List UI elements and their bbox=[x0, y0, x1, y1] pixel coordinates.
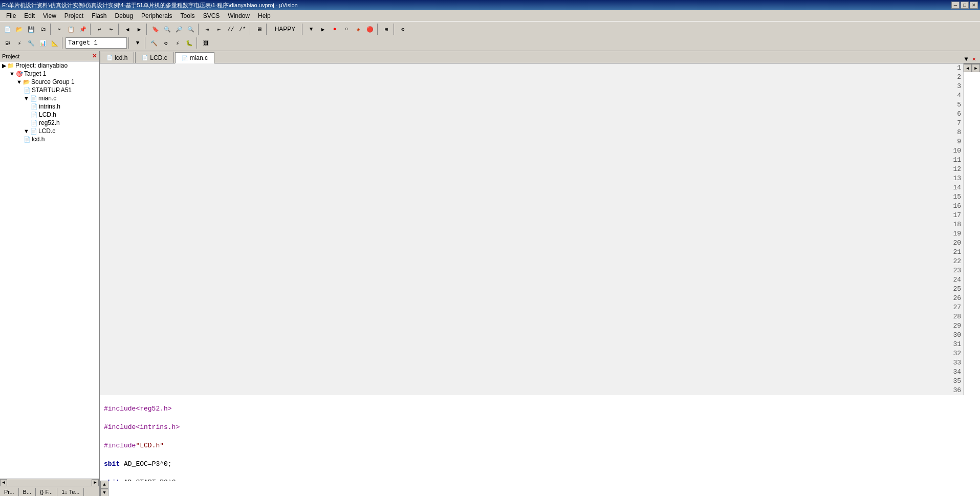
toolbar2-btn4[interactable]: 📊 bbox=[37, 37, 49, 49]
debug2-btn[interactable]: 🐛 bbox=[184, 37, 195, 49]
ln-4: 4 bbox=[100, 91, 961, 100]
tree-lcd-h[interactable]: 📄 lcd.h bbox=[0, 135, 99, 143]
copy-button[interactable]: 📋 bbox=[66, 24, 77, 35]
redo-button[interactable]: ↪ bbox=[105, 24, 117, 35]
tab-dropdown-btn[interactable]: ▼ bbox=[963, 56, 970, 63]
ln-32: 32 bbox=[100, 349, 961, 358]
tree-lcdc[interactable]: ▼ 📄 LCD.c bbox=[0, 127, 99, 135]
menu-flash[interactable]: Flash bbox=[88, 11, 111, 20]
code-line-5: sbit AD_START=P3^3; bbox=[104, 478, 964, 481]
code-scroll-right[interactable]: ▶ bbox=[972, 64, 980, 72]
menu-svcs[interactable]: SVCS bbox=[199, 11, 224, 20]
menu-tools[interactable]: Tools bbox=[177, 11, 199, 20]
mian-expand-icon: ▼ bbox=[24, 95, 29, 101]
menu-debug[interactable]: Debug bbox=[111, 11, 137, 20]
target-opts-btn[interactable]: ▼ bbox=[132, 37, 143, 49]
happy-btn[interactable]: HAPPY bbox=[270, 24, 300, 35]
project-hscroll[interactable]: ◀ ▶ bbox=[0, 479, 99, 486]
save-button[interactable]: 💾 bbox=[26, 24, 37, 35]
brk-btn[interactable]: ◈ bbox=[353, 24, 364, 35]
tab-mianc-icon: 📄 bbox=[182, 55, 188, 61]
run-btn[interactable]: ▶ bbox=[317, 24, 329, 35]
img-btn[interactable]: 🖼 bbox=[200, 37, 211, 49]
proj-tab-books[interactable]: B... bbox=[19, 488, 36, 496]
build-btn[interactable]: 🔨 bbox=[148, 37, 160, 49]
menu-peripherals[interactable]: Peripherals bbox=[137, 11, 177, 20]
proj-tab-funcs[interactable]: {} F... bbox=[36, 488, 57, 496]
cut-button[interactable]: ✂ bbox=[54, 24, 65, 35]
open-button[interactable]: 📂 bbox=[14, 24, 25, 35]
tab-lcdh[interactable]: 📄 lcd.h bbox=[100, 52, 134, 63]
code-scroll-up[interactable]: ▲ bbox=[100, 481, 108, 489]
tree-project[interactable]: ▶ 📁 Project: dianyabiao bbox=[0, 61, 99, 70]
search3-btn[interactable]: 🔍 bbox=[185, 24, 197, 35]
tab-lcdc[interactable]: 📄 LCD.c bbox=[135, 52, 173, 63]
tab-mianc[interactable]: 📄 mian.c bbox=[175, 52, 214, 63]
menu-file[interactable]: File bbox=[2, 11, 20, 20]
window-btn[interactable]: ⊞ bbox=[381, 24, 392, 35]
stop-btn[interactable]: ● bbox=[329, 24, 340, 35]
nav-back-button[interactable]: ◀ bbox=[122, 24, 133, 35]
code-scroll-left[interactable]: ◀ bbox=[964, 64, 972, 72]
flash-btn[interactable]: ⚡ bbox=[172, 37, 183, 49]
search2-btn[interactable]: 🔎 bbox=[173, 24, 185, 35]
tab-close-btn[interactable]: ✕ bbox=[970, 55, 978, 63]
ln-17: 17 bbox=[100, 211, 961, 220]
menu-view[interactable]: View bbox=[39, 11, 60, 20]
proj-tab-templates[interactable]: 1↓ Te... bbox=[57, 488, 84, 496]
tab-lcdh-label: lcd.h bbox=[115, 54, 127, 61]
code-hscroll[interactable]: ◀ ▶ bbox=[964, 63, 980, 72]
project-panel-close[interactable]: ✕ bbox=[92, 53, 97, 59]
toolbar2-btn1[interactable]: 🖳 bbox=[2, 37, 13, 49]
menu-project[interactable]: Project bbox=[60, 11, 88, 20]
toolbar2-btn2[interactable]: ⚡ bbox=[14, 37, 25, 49]
unindent-btn[interactable]: ⇤ bbox=[213, 24, 225, 35]
ln-9: 9 bbox=[100, 137, 961, 146]
toolbar-row-1: 📄 📂 💾 🗂 ✂ 📋 📌 ↩ ↪ ◀ ▶ 🔖 🔍 🔎 🔍 ⇥ ⇤ // /* … bbox=[2, 23, 978, 36]
paste-button[interactable]: 📌 bbox=[77, 24, 89, 35]
ln-13: 13 bbox=[100, 174, 961, 183]
mian-label: mian.c bbox=[38, 95, 56, 102]
new-button[interactable]: 📄 bbox=[2, 24, 13, 35]
save-all-button[interactable]: 🗂 bbox=[37, 24, 49, 35]
proj-scroll-right[interactable]: ▶ bbox=[92, 479, 99, 486]
menu-help[interactable]: Help bbox=[254, 11, 275, 20]
code-scroll-down[interactable]: ▼ bbox=[100, 489, 108, 496]
bookmark-btn[interactable]: 🔖 bbox=[150, 24, 161, 35]
undo-button[interactable]: ↩ bbox=[94, 24, 105, 35]
close-button[interactable]: ✕ bbox=[970, 2, 978, 9]
kill-btn[interactable]: 🔴 bbox=[364, 24, 376, 35]
tree-target1[interactable]: ▼ 🎯 Target 1 bbox=[0, 70, 99, 78]
dropdown-btn[interactable]: ▼ bbox=[306, 24, 317, 35]
code-vscroll[interactable]: ▲ ▼ bbox=[100, 481, 108, 496]
maximize-button[interactable]: □ bbox=[961, 2, 969, 9]
indent-btn[interactable]: ⇥ bbox=[202, 24, 213, 35]
toolbar2-btn3[interactable]: 🔧 bbox=[26, 37, 37, 49]
screen-btn[interactable]: 🖥 bbox=[253, 24, 265, 35]
sep1 bbox=[50, 24, 52, 35]
nav-fwd-button[interactable]: ▶ bbox=[134, 24, 145, 35]
tree-lcdh[interactable]: 📄 LCD.h bbox=[0, 111, 99, 119]
proj-scroll-left[interactable]: ◀ bbox=[0, 479, 7, 486]
sep13 bbox=[145, 37, 147, 49]
minimize-button[interactable]: ─ bbox=[951, 2, 960, 9]
tree-mian[interactable]: ▼ 📄 mian.c bbox=[0, 94, 99, 102]
search-btn[interactable]: 🔍 bbox=[162, 24, 173, 35]
tree-source-group[interactable]: ▼ 📂 Source Group 1 bbox=[0, 78, 99, 86]
menu-window[interactable]: Window bbox=[224, 11, 254, 20]
tree-intrins[interactable]: 📄 intrins.h bbox=[0, 102, 99, 111]
menu-edit[interactable]: Edit bbox=[20, 11, 39, 20]
code-text[interactable]: #include<reg52.h> #include<intrins.h> #i… bbox=[100, 395, 964, 481]
uncomment-btn[interactable]: /* bbox=[237, 24, 248, 35]
toolbar2-btn5[interactable]: 📐 bbox=[49, 37, 60, 49]
reset-btn[interactable]: ○ bbox=[341, 24, 352, 35]
rebuild-btn[interactable]: ⚙ bbox=[160, 37, 171, 49]
tree-reg52[interactable]: 📄 reg52.h bbox=[0, 119, 99, 127]
proj-tab-project[interactable]: Pr... bbox=[0, 488, 19, 496]
target-dropdown[interactable]: Target 1 bbox=[66, 37, 127, 49]
tools2-btn[interactable]: ⚙ bbox=[397, 24, 408, 35]
tree-startup[interactable]: 📄 STARTUP.A51 bbox=[0, 86, 99, 94]
code-area[interactable]: 1 2 3 4 5 6 7 8 9 10 11 12 13 14 bbox=[100, 63, 980, 481]
lcdfile-icon: 📄 bbox=[24, 136, 31, 143]
comment-btn[interactable]: // bbox=[225, 24, 236, 35]
